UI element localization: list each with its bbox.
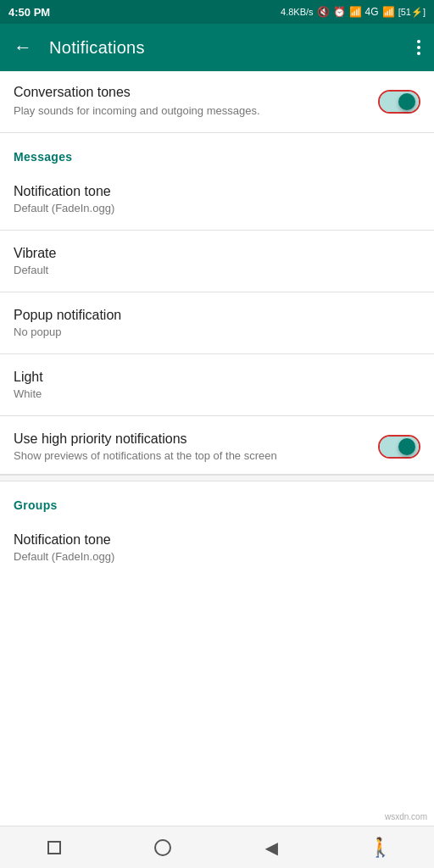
time: 4:50 PM [8,6,50,19]
divider-2 [0,292,434,292]
vibrate-subtitle: Default [14,264,420,276]
toggle-thumb-1 [398,93,415,110]
menu-dot-3 [417,52,420,55]
groups-notification-tone-row[interactable]: Notification tone Default (FadeIn.ogg) [0,520,434,575]
high-priority-toggle[interactable] [378,435,420,459]
alarm-icon: ⏰ [333,6,346,18]
high-priority-row[interactable]: Use high priority notifications Show pre… [0,420,434,475]
popup-notification-row[interactable]: Popup notification No popup [0,296,434,350]
light-subtitle: White [14,387,420,400]
page-title: Notifications [49,38,417,58]
recents-icon [47,841,61,854]
notification-tone-subtitle: Default (FadeIn.ogg) [14,202,420,214]
high-priority-text: Use high priority notifications Show pre… [14,431,368,462]
nav-back-button[interactable]: ▶ [250,826,292,869]
light-row[interactable]: Light White [0,358,434,412]
back-button[interactable]: ← [14,36,32,58]
groups-notification-tone-subtitle: Default (FadeIn.ogg) [14,550,420,563]
menu-dot-1 [417,40,420,43]
nav-home-button[interactable] [142,826,184,869]
conversation-tones-row[interactable]: Conversation tones Play sounds for incom… [0,71,434,133]
messages-section-header: Messages [0,133,434,172]
high-priority-subtitle: Show previews of notifications at the to… [14,449,368,462]
back-icon: ▶ [265,837,278,858]
home-icon [154,839,171,856]
divider-1 [0,230,434,231]
conversation-tones-title: Conversation tones [14,85,368,100]
light-title: Light [14,370,420,385]
battery-indicator: [51⚡] [398,7,426,18]
app-bar: ← Notifications [0,24,434,71]
signal-icon: 📶 [349,6,362,18]
watermark: wsxdn.com [385,812,427,821]
lte-icon: 4G [365,6,379,18]
conversation-tones-subtitle: Play sounds for incoming and outgoing me… [14,103,368,119]
overflow-menu-button[interactable] [417,40,420,55]
divider-3 [0,353,434,354]
nav-bar: ▶ 🚶 [0,826,434,868]
section-divider [0,475,434,481]
toggle-thumb-2 [398,438,415,455]
notification-tone-title: Notification tone [14,184,420,199]
signal2-icon: 📶 [382,6,395,18]
groups-notification-tone-title: Notification tone [14,532,420,548]
person-icon: 🚶 [369,837,392,859]
conversation-tones-text: Conversation tones Play sounds for incom… [14,85,368,119]
notification-tone-row[interactable]: Notification tone Default (FadeIn.ogg) [0,172,434,226]
groups-section-header: Groups [0,481,434,520]
conversation-tones-toggle[interactable] [378,90,420,114]
status-icons: 4.8KB/s 🔇 ⏰ 📶 4G 📶 [51⚡] [281,6,426,18]
menu-dot-2 [417,46,420,49]
status-bar: 4:50 PM 4.8KB/s 🔇 ⏰ 📶 4G 📶 [51⚡] [0,0,434,24]
popup-notification-title: Popup notification [14,308,420,323]
mute-icon: 🔇 [317,6,330,18]
popup-notification-subtitle: No popup [14,326,420,338]
vibrate-row[interactable]: Vibrate Default [0,234,434,288]
nav-recents-button[interactable] [33,826,75,869]
content-area: Conversation tones Play sounds for incom… [0,71,434,826]
nav-accessibility-button[interactable]: 🚶 [359,826,401,869]
divider-4 [0,415,434,416]
high-priority-title: Use high priority notifications [14,431,368,447]
vibrate-title: Vibrate [14,246,420,261]
network-speed: 4.8KB/s [281,7,314,17]
